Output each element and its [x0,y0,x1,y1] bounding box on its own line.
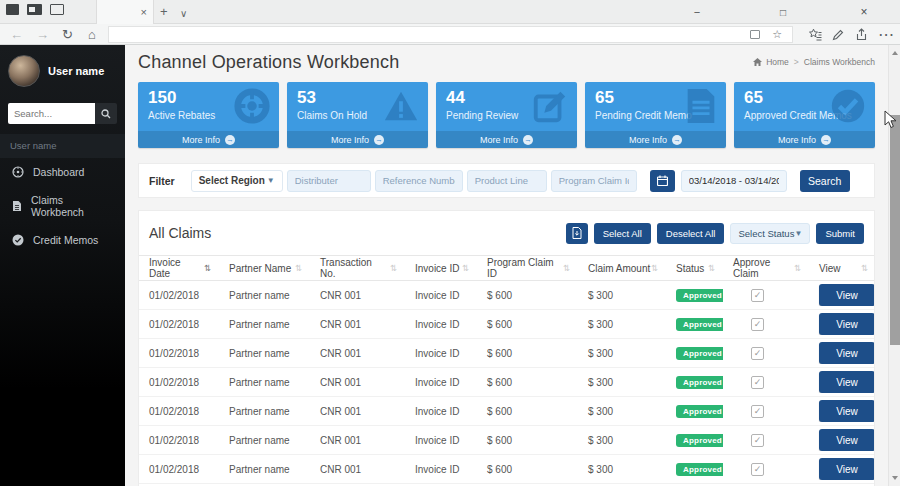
view-button[interactable]: View [819,458,875,480]
search-button[interactable]: Search [800,170,850,192]
annotate-pen-icon[interactable] [829,26,847,43]
approve-claim-checkbox[interactable]: ✓ [751,434,764,447]
approve-claim-checkbox[interactable]: ✓ [751,463,764,476]
deselect-all-button[interactable]: Deselect All [657,223,725,244]
more-menu-icon[interactable]: ⋯ [877,26,895,43]
sort-icon[interactable]: ⇅ [462,263,469,273]
cell-transaction-no: CNR 001 [310,348,405,359]
approve-claim-checkbox[interactable]: ✓ [751,376,764,389]
card-more-info[interactable]: More Info → [287,131,428,148]
status-select[interactable]: Select Status ▼ [730,223,810,244]
column-header[interactable]: Approve Claim⇅ [723,257,809,279]
card-more-info[interactable]: More Info → [585,131,726,148]
sidebar-item-claims-workbench[interactable]: Claims Workbench [0,186,125,226]
window-maximize-button[interactable]: □ [768,0,798,24]
home-icon[interactable]: ⌂ [88,26,96,43]
sort-icon[interactable]: ⇅ [390,263,397,273]
region-select-value: Select Region [199,175,265,186]
window-close-button[interactable]: × [849,0,879,24]
date-range-input[interactable] [681,170,787,192]
tab-close-icon[interactable]: × [141,7,147,18]
view-button[interactable]: View [819,313,875,335]
view-button[interactable]: View [819,371,875,393]
view-button[interactable]: View [819,400,875,422]
new-tab-button[interactable]: + [160,4,168,20]
sidebar-item-dashboard[interactable]: Dashboard [0,158,125,186]
reading-view-icon[interactable] [750,30,760,39]
approve-claim-checkbox[interactable]: ✓ [751,347,764,360]
card-more-info[interactable]: More Info → [138,131,279,148]
column-header[interactable]: Program Claim ID⇅ [477,257,578,279]
tab-preview-icon[interactable] [6,4,19,15]
column-header[interactable]: View⇅ [809,263,875,274]
product-line-input[interactable] [467,170,547,192]
approve-claim-checkbox[interactable]: ✓ [751,405,764,418]
browser-tab[interactable]: × [96,0,154,24]
vertical-scrollbar[interactable] [888,45,900,486]
search-icon [101,109,111,119]
check-icon: ✓ [754,407,762,416]
select-all-button[interactable]: Select All [594,223,651,244]
card-more-info[interactable]: More Info → [734,131,875,148]
cell-program-claim-id: $ 600 [477,319,578,330]
sort-icon[interactable]: ⇅ [708,263,715,273]
column-header[interactable]: Transaction No.⇅ [310,257,405,279]
view-button[interactable]: View [819,342,875,364]
arrow-circle-icon: → [523,135,533,145]
card-pending-credit-memo: 65 Pending Credit Memo More Info → [585,82,726,148]
column-header[interactable]: Partner Name⇅ [219,263,310,274]
column-header[interactable]: Invoice Date⇅ [139,257,219,279]
more-info-label: More Info [331,135,369,145]
column-header[interactable]: Invoice ID⇅ [405,263,477,274]
scroll-up-icon[interactable] [889,47,900,59]
card-more-info[interactable]: More Info → [436,131,577,148]
cell-claim-amount: $ 300 [578,435,666,446]
life-ring-icon [233,87,271,129]
sort-icon[interactable]: ⇅ [651,263,658,273]
table-row: 01/02/2018 Partner name CNR 001 Invoice … [139,455,875,484]
cell-program-claim-id: $ 600 [477,348,578,359]
browser-tab-bar: × + ∨ − □ × [0,0,900,24]
sidebar-item-credit-memos[interactable]: Credit Memos [0,226,125,254]
distributer-input[interactable] [287,170,371,192]
sort-icon[interactable]: ⇅ [794,263,801,273]
restore-tabs-icon[interactable] [50,4,64,15]
forward-icon[interactable]: → [36,26,49,43]
region-select[interactable]: Select Region ▼ [191,170,283,192]
view-button[interactable]: View [819,429,875,451]
column-header[interactable]: Claim Amount⇅ [578,263,666,274]
approve-claim-checkbox[interactable]: ✓ [751,318,764,331]
window-minimize-button[interactable]: − [682,0,712,24]
back-icon[interactable]: ← [10,26,23,43]
column-header[interactable]: Status⇅ [666,263,723,274]
favorite-star-icon[interactable]: ☆ [772,29,782,40]
sidebar-search-button[interactable] [95,103,117,124]
sidebar-search-input[interactable] [8,103,95,124]
address-bar[interactable]: ☆ [108,26,793,43]
breadcrumb-home[interactable]: Home [766,57,789,67]
scrollbar-thumb[interactable] [890,115,900,345]
sort-icon[interactable]: ⇅ [861,263,868,273]
cell-claim-amount: $ 300 [578,348,666,359]
sort-icon[interactable]: ⇅ [295,263,302,273]
sidebar-item-label: Claims Workbench [31,194,113,218]
share-icon[interactable] [852,26,870,43]
tab-list-chevron-icon[interactable]: ∨ [180,6,187,22]
refresh-icon[interactable]: ↻ [62,26,73,43]
export-button[interactable] [566,223,588,244]
approve-claim-checkbox[interactable]: ✓ [751,289,764,302]
calendar-button[interactable] [650,170,675,192]
cell-transaction-no: CNR 001 [310,406,405,417]
set-aside-tabs-icon[interactable] [27,4,42,15]
table-header-row: Invoice Date⇅ Partner Name⇅ Transaction … [139,255,875,281]
program-claim-id-input[interactable] [551,170,637,192]
view-button[interactable]: View [819,284,875,306]
submit-button[interactable]: Submit [816,223,864,244]
hub-favorites-icon[interactable] [806,26,824,43]
cell-invoice-date: 01/02/2018 [139,348,219,359]
scroll-down-icon[interactable] [889,472,900,484]
sort-icon[interactable]: ⇅ [204,263,211,273]
reference-number-input[interactable] [375,170,463,192]
sort-icon[interactable]: ⇅ [563,263,570,273]
cell-transaction-no: CNR 001 [310,464,405,475]
